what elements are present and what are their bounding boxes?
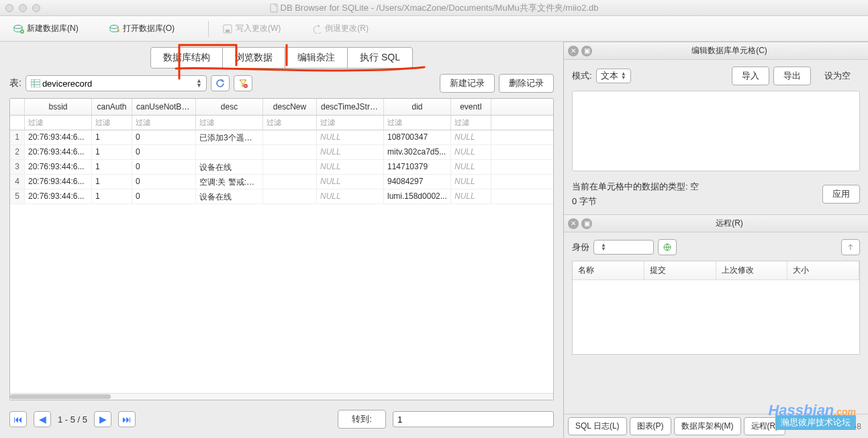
cell-bssid[interactable]: 20:76:93:44:6... [25,160,92,174]
cell-did[interactable]: 114710379 [384,160,451,174]
cell-eventI[interactable]: NULL [451,130,491,144]
write-changes-button[interactable]: 写入更改(W) [217,20,286,37]
remote-col-commit[interactable]: 提交 [644,261,716,279]
cell-bssid[interactable]: 20:76:93:44:6... [25,175,92,189]
filter-eventI[interactable]: 过滤 [451,116,491,130]
table-row[interactable]: 120:76:93:44:6...10已添加3个遥控器NULL108700347… [10,130,553,145]
collapse-icon[interactable]: ▣ [581,218,592,229]
cell-descTimeJString[interactable]: NULL [317,189,384,204]
cell-eventI[interactable]: NULL [451,189,491,204]
col-bssid[interactable]: bssid [25,99,92,115]
table-name-input[interactable] [41,78,196,89]
cell-descNew[interactable] [263,145,317,159]
cell-did[interactable]: mitv.302ca7d5... [384,145,451,159]
remote-col-name[interactable]: 名称 [573,261,644,279]
cell-desc[interactable]: 已添加3个遥控器 [196,130,263,144]
filter-canUseNotBind[interactable]: 过滤 [132,116,196,130]
cell-canAuth[interactable]: 1 [92,189,132,204]
close-icon[interactable]: ✕ [568,46,579,56]
filter-did[interactable]: 过滤 [384,116,451,130]
cell-descTimeJString[interactable]: NULL [317,130,384,144]
cell-canAuth[interactable]: 1 [92,160,132,174]
set-null-button[interactable]: 设为空 [815,67,860,85]
prev-page-button[interactable]: ◀ [34,411,51,427]
cell-canUseNotBind[interactable]: 0 [132,160,196,174]
tab-pragma[interactable]: 编辑杂注 [285,48,348,68]
new-record-button[interactable]: 新建记录 [440,74,495,93]
col-desc[interactable]: desc [196,99,263,115]
grid-hscrollbar[interactable] [10,393,553,400]
cell-descNew[interactable] [263,175,317,189]
cell-canUseNotBind[interactable]: 0 [132,189,196,204]
table-row[interactable]: 520:76:93:44:6...10设备在线NULLlumi.158d0002… [10,189,553,204]
filter-descNew[interactable]: 过滤 [263,116,317,130]
tab-schema[interactable]: 数据库架构(M) [674,417,741,435]
cell-value-textarea[interactable] [572,91,860,171]
refresh-button[interactable] [211,75,230,91]
clear-filters-button[interactable] [234,75,252,91]
cell-descTimeJString[interactable]: NULL [317,175,384,189]
col-eventI[interactable]: eventI [451,99,491,115]
col-did[interactable]: did [384,99,451,115]
cell-canUseNotBind[interactable]: 0 [132,145,196,159]
cell-canAuth[interactable]: 1 [92,175,132,189]
export-button[interactable]: 导出 [773,67,811,85]
revert-changes-button[interactable]: 倒退更改(R) [306,20,374,37]
new-database-button[interactable]: 新建数据库(N) [8,20,84,37]
cell-desc[interactable]: 空调:关 警戒:开 F... [196,175,263,189]
cell-did[interactable]: lumi.158d0002... [384,189,451,204]
cell-canUseNotBind[interactable]: 0 [132,130,196,144]
last-page-button[interactable]: ⏭ [118,411,136,427]
table-row[interactable]: 320:76:93:44:6...10设备在线NULL114710379NULL [10,160,553,175]
col-canAuth[interactable]: canAuth [92,99,132,115]
cell-eventI[interactable]: NULL [451,145,491,159]
filter-desc[interactable]: 过滤 [196,116,263,130]
tab-browse[interactable]: 浏览数据 [223,48,285,68]
tab-structure[interactable]: 数据库结构 [151,48,223,68]
next-page-button[interactable]: ▶ [94,411,111,427]
tab-remote[interactable]: 远程(R) [744,417,786,435]
import-button[interactable]: 导入 [732,67,769,85]
cell-desc[interactable] [196,145,263,159]
upload-remote-button[interactable] [841,239,860,255]
cell-eventI[interactable]: NULL [451,175,491,189]
goto-input[interactable] [393,411,554,427]
cell-descNew[interactable] [263,130,317,144]
tab-sql[interactable]: 执行 SQL [348,48,412,68]
cell-canUseNotBind[interactable]: 0 [132,175,196,189]
cell-did[interactable]: 108700347 [384,130,451,144]
first-page-button[interactable]: ⏮ [9,411,27,427]
col-descTimeJString[interactable]: descTimeJString [317,99,384,115]
filter-descTime[interactable]: 过滤 [317,116,384,130]
cell-did[interactable]: 94084297 [384,175,451,189]
filter-bssid[interactable]: 过滤 [25,116,92,130]
cell-canAuth[interactable]: 1 [92,145,132,159]
cell-descNew[interactable] [263,160,317,174]
tab-sql-log[interactable]: SQL 日志(L) [568,417,627,435]
cell-bssid[interactable]: 20:76:93:44:6... [25,130,92,144]
cell-desc[interactable]: 设备在线 [196,160,263,174]
filter-canAuth[interactable]: 过滤 [92,116,132,130]
collapse-icon[interactable]: ▣ [581,46,592,56]
identity-select[interactable]: ▲▼ [593,240,654,255]
col-descNew[interactable]: descNew [263,99,317,115]
close-icon[interactable]: ✕ [568,218,579,229]
cell-desc[interactable]: 设备在线 [196,189,263,204]
cell-eventI[interactable]: NULL [451,160,491,174]
cell-bssid[interactable]: 20:76:93:44:6... [25,145,92,159]
refresh-remote-button[interactable] [658,239,677,255]
data-grid[interactable]: bssid canAuth canUseNotBind desc descNew… [9,98,554,400]
delete-record-button[interactable]: 删除记录 [499,74,554,93]
apply-button[interactable]: 应用 [822,185,860,204]
cell-descTimeJString[interactable]: NULL [317,160,384,174]
goto-button[interactable]: 转到: [338,410,386,429]
cell-canAuth[interactable]: 1 [92,130,132,144]
cell-bssid[interactable]: 20:76:93:44:6... [25,189,92,204]
cell-descNew[interactable] [263,189,317,204]
open-database-button[interactable]: 打开数据库(O) [104,20,180,37]
remote-col-size[interactable]: 大小 [787,261,859,279]
table-row[interactable]: 220:76:93:44:6...10NULLmitv.302ca7d5...N… [10,145,553,160]
cell-descTimeJString[interactable]: NULL [317,145,384,159]
remote-col-modified[interactable]: 上次修改 [716,261,788,279]
table-row[interactable]: 420:76:93:44:6...10空调:关 警戒:开 F...NULL940… [10,175,553,189]
